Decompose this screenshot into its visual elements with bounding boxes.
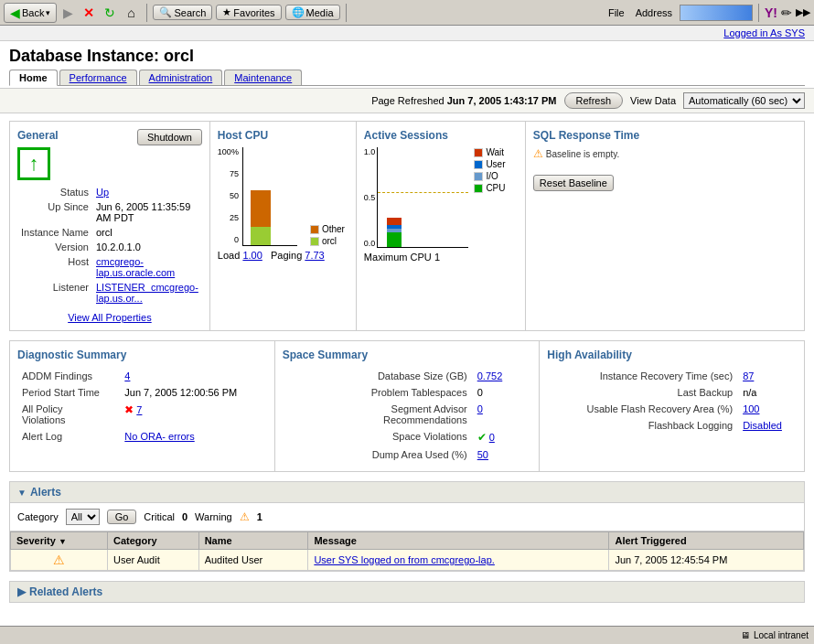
cpu-footer: Load 1.00 Paging 7.73 bbox=[218, 250, 348, 261]
more-btn[interactable]: ▶▶ bbox=[796, 6, 810, 18]
bar-orcl bbox=[251, 227, 271, 245]
version-label: Version bbox=[19, 241, 92, 253]
warning-label: Warning bbox=[195, 511, 232, 522]
home-button[interactable]: ⌂ bbox=[121, 3, 141, 23]
active-sessions-panel: Active Sessions 1.0 0.5 0.0 bbox=[357, 122, 526, 330]
sql-title: SQL Response Time bbox=[533, 129, 669, 142]
shutdown-button[interactable]: Shutdown bbox=[137, 129, 202, 145]
row-message[interactable]: User SYS logged on from cmcgrego-lap. bbox=[314, 554, 494, 565]
legend-io-color bbox=[474, 172, 483, 181]
dump-area-value[interactable]: 50 bbox=[477, 449, 488, 460]
period-value: Jun 7, 2005 12:00:56 PM bbox=[122, 385, 264, 400]
sep2 bbox=[346, 4, 347, 22]
view-data-label: View Data bbox=[630, 95, 676, 106]
cpu-legend: Other orcl bbox=[310, 224, 345, 246]
severity-header: Severity bbox=[16, 535, 56, 546]
sessions-bars bbox=[387, 147, 402, 247]
col-category[interactable]: Category bbox=[107, 532, 198, 550]
problem-ts-label: Problem Tablespaces bbox=[284, 385, 473, 400]
addm-label: ADDM Findings bbox=[19, 369, 120, 383]
load-label: Load bbox=[218, 250, 240, 261]
tab-home[interactable]: Home bbox=[9, 70, 58, 86]
addm-value[interactable]: 4 bbox=[124, 370, 130, 381]
instance-name-value: orcl bbox=[94, 226, 200, 239]
legend-orcl-label: orcl bbox=[322, 236, 337, 246]
ha-title: High Availability bbox=[547, 349, 797, 361]
sy-1.0: 1.0 bbox=[364, 147, 376, 156]
legend-user-color bbox=[474, 160, 483, 169]
sessions-title: Active Sessions bbox=[364, 129, 518, 142]
general-title: General bbox=[17, 129, 59, 142]
bar-other bbox=[251, 190, 271, 227]
row-severity-icon: ⚠ bbox=[53, 553, 65, 567]
back-label: Back bbox=[22, 7, 44, 18]
forward-button[interactable]: ▶ bbox=[58, 3, 78, 23]
tab-maint-link[interactable]: Maintenance bbox=[234, 72, 292, 83]
go-button[interactable]: Go bbox=[107, 510, 137, 524]
load-value[interactable]: 1.00 bbox=[242, 250, 262, 261]
view-all-properties[interactable]: View All Properties bbox=[17, 312, 202, 323]
flashback-logging-value[interactable]: Disabled bbox=[743, 420, 782, 431]
status-label: Status bbox=[19, 186, 92, 199]
sql-response-panel: SQL Response Time ⚠ Baseline is empty. R… bbox=[526, 122, 677, 330]
favorites-button[interactable]: ★ Favorites bbox=[216, 5, 281, 20]
tab-performance-link[interactable]: Performance bbox=[70, 72, 127, 83]
baseline-empty-text: Baseline is empty. bbox=[546, 149, 619, 159]
category-select[interactable]: All bbox=[66, 509, 100, 525]
col-severity[interactable]: Severity ▼ bbox=[11, 532, 108, 550]
related-collapse-icon[interactable]: ▶ bbox=[17, 585, 26, 598]
status-value[interactable]: Up bbox=[96, 187, 109, 198]
policy-text: All Policy bbox=[22, 403, 63, 414]
stop-button[interactable]: ✕ bbox=[79, 3, 99, 23]
db-size-value[interactable]: 0.752 bbox=[477, 370, 503, 381]
reset-baseline-button[interactable]: Reset Baseline bbox=[533, 175, 614, 191]
related-title: Related Alerts bbox=[29, 585, 102, 598]
media-button[interactable]: 🌐 Media bbox=[285, 5, 340, 20]
listener-label: Listener bbox=[19, 281, 92, 305]
col-triggered[interactable]: Alert Triggered bbox=[609, 532, 804, 550]
tools-icon[interactable]: ✏ bbox=[781, 5, 792, 20]
space-violations-label: Space Violations bbox=[284, 429, 473, 445]
last-backup-value: n/a bbox=[740, 385, 795, 400]
search-button[interactable]: 🔍 Search bbox=[153, 5, 212, 20]
yahoo-icon[interactable]: Y! bbox=[765, 5, 777, 20]
policy-label: All Policy Violations bbox=[19, 402, 120, 427]
y-label-100: 100% bbox=[218, 147, 239, 156]
refreshed-text: Page Refreshed bbox=[371, 95, 444, 106]
tab-performance[interactable]: Performance bbox=[59, 70, 137, 85]
tab-administration[interactable]: Administration bbox=[139, 70, 223, 85]
alerts-collapse-icon[interactable]: ▼ bbox=[17, 488, 27, 498]
policy-value[interactable]: 7 bbox=[136, 404, 142, 415]
refresh-button-main[interactable]: Refresh bbox=[564, 92, 624, 109]
refresh-button[interactable]: ↻ bbox=[100, 3, 120, 23]
tab-admin-link[interactable]: Administration bbox=[149, 72, 213, 83]
warning-value: 1 bbox=[257, 511, 262, 522]
tab-maintenance[interactable]: Maintenance bbox=[224, 70, 302, 85]
flash-recovery-value[interactable]: 100 bbox=[743, 403, 759, 414]
alert-log-value[interactable]: No ORA- errors bbox=[124, 431, 194, 442]
back-button[interactable]: ◀ Back ▾ bbox=[4, 3, 57, 23]
sort-arrow-icon: ▼ bbox=[59, 537, 67, 546]
recovery-time-value[interactable]: 87 bbox=[743, 370, 754, 381]
page-header: Database Instance: orcl Home Performance… bbox=[0, 41, 814, 89]
max-cpu-info: Maximum CPU 1 bbox=[364, 252, 518, 263]
sy-0.0: 0.0 bbox=[364, 239, 376, 248]
col-message[interactable]: Message bbox=[308, 532, 609, 550]
up-since-label: Up Since bbox=[19, 200, 92, 224]
col-name[interactable]: Name bbox=[198, 532, 308, 550]
space-violations-value[interactable]: 0 bbox=[489, 432, 495, 443]
paging-value[interactable]: 7.73 bbox=[305, 250, 324, 261]
general-info-table: Status Up Up Since Jun 6, 2005 11:35:59 … bbox=[17, 184, 202, 306]
listener-value[interactable]: LISTENER_cmcgrego-lap.us.or... bbox=[96, 282, 198, 304]
sessions-chart-wrap: 1.0 0.5 0.0 bbox=[364, 147, 518, 248]
login-link[interactable]: Logged in As SYS bbox=[723, 27, 805, 38]
flashback-logging-label: Flashback Logging bbox=[549, 418, 738, 433]
legend-orcl-color bbox=[310, 237, 319, 246]
host-value[interactable]: cmcgrego-lap.us.oracle.com bbox=[96, 256, 175, 278]
view-data-select[interactable]: Automatically (60 sec) bbox=[683, 92, 805, 109]
legend-cpu-label: CPU bbox=[486, 183, 505, 193]
related-alerts-section: ▶ Related Alerts bbox=[9, 581, 805, 603]
sy-0.5: 0.5 bbox=[364, 193, 376, 202]
y-label-0: 0 bbox=[218, 235, 239, 244]
segment-advisor-value[interactable]: 0 bbox=[477, 403, 483, 414]
